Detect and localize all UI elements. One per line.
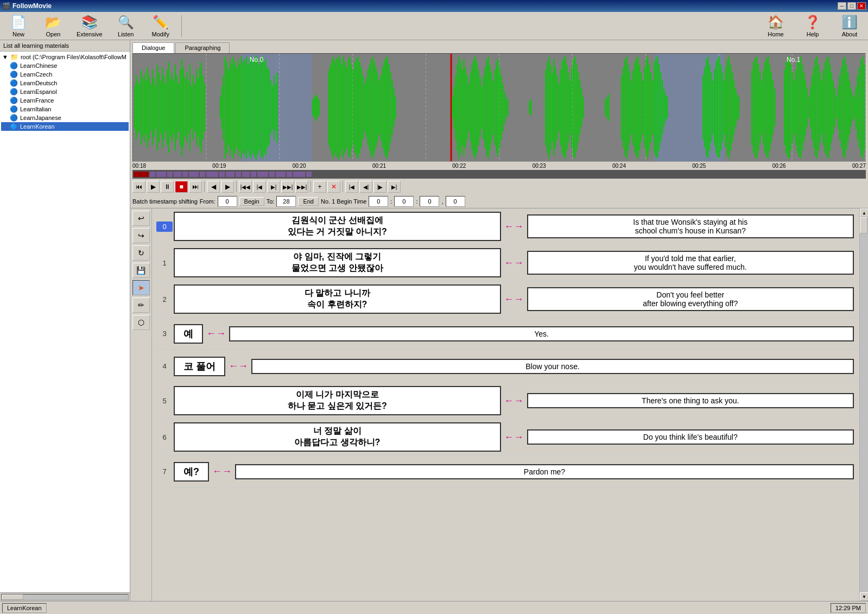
scroll-down-button[interactable]: ▼ [860,592,868,601]
skip-back-button[interactable]: ⏮ [132,181,145,193]
svg-rect-213 [632,70,633,145]
svg-rect-113 [350,56,351,159]
restore-button[interactable]: □ [847,2,856,10]
time-m-input[interactable] [394,196,414,207]
loop-start-button[interactable]: |◀◀ [239,181,252,193]
loop-right-button[interactable]: ▶▶| [281,181,294,193]
english-text[interactable]: Don't you feel better after blowing ever… [527,287,854,311]
about-button[interactable]: ℹ️ About [833,13,866,39]
jump-end-button[interactable]: ▶| [388,181,401,193]
loop-mid-button[interactable]: ▶| [267,181,280,193]
english-text[interactable]: If you'd told me that earlier, you would… [527,251,854,275]
english-text[interactable]: Is that true Wonsik's staying at his sch… [527,214,854,238]
to-input[interactable] [276,196,296,207]
tree-item-chinese[interactable]: 🔵 LearnChinese [1,61,129,70]
tab-dialogue[interactable]: Dialogue [132,42,174,53]
from-input[interactable] [218,196,237,207]
tree-item-czech[interactable]: 🔵 LearnCzech [1,70,129,79]
svg-rect-259 [753,62,754,153]
listen-button[interactable]: 🔍 Listen [110,13,142,39]
network-tool[interactable]: ⬡ [132,315,150,330]
english-text[interactable]: Yes. [229,326,854,341]
time-ms-input[interactable] [446,196,465,207]
svg-rect-151 [467,75,468,140]
korean-text[interactable]: 코 풀어 [174,357,225,376]
scroll-thumb[interactable] [860,217,867,233]
redo-tool[interactable]: ↪ [132,228,150,243]
jump-right-button[interactable]: |▶ [373,181,387,193]
time-h-input[interactable] [369,196,388,207]
open-button[interactable]: 📂 Open [37,13,69,39]
svg-rect-256 [737,94,738,121]
save-tool[interactable]: 💾 [132,263,150,278]
new-button[interactable]: 📄 New [2,13,35,39]
status-file: LearnKorean [2,603,47,613]
svg-rect-235 [702,75,704,140]
end-button[interactable]: End [298,197,319,206]
jump-start-button[interactable]: |◀ [345,181,358,193]
tree-item-italian[interactable]: 🔵 LearnItalian [1,105,129,113]
stop-button[interactable]: ■ [175,181,188,193]
play-button[interactable]: ▶ [147,181,160,193]
scroll-up-button[interactable]: ▲ [860,208,868,217]
skip-forward-button[interactable]: ⏭ [189,181,202,193]
remove-marker-button[interactable]: ✕ [327,181,340,193]
extensive-button[interactable]: 📚 Extensive [72,13,107,39]
english-text[interactable]: There's one thing to ask you. [527,393,854,408]
korean-text[interactable]: 다 말하고 나니까 속이 후련하지? [174,284,501,314]
english-text[interactable]: Pardon me? [235,464,854,479]
tree-item-japanese[interactable]: 🔵 LearnJapanese [1,113,129,122]
tree-item-deutsch[interactable]: 🔵 LearnDeutsch [1,79,129,87]
scrollbar-track[interactable] [1,594,129,600]
korean-text[interactable]: 예? [174,462,209,482]
begin-button[interactable]: Begin [239,197,264,206]
rotate-tool[interactable]: ↻ [132,245,150,261]
add-marker-button[interactable]: + [313,181,326,193]
waveform-svg: No.0 No.1 [133,54,865,161]
english-text[interactable]: Do you think life's beautiful? [527,429,854,445]
minimize-button[interactable]: ─ [838,2,846,10]
scroll-track[interactable] [860,217,868,592]
leaf-icon: 🔵 [10,71,18,78]
mini-seg-13 [242,172,250,177]
right-scrollbar[interactable]: ▲ ▼ [859,208,868,601]
next-segment-button[interactable]: ▶ [221,181,234,193]
korean-text[interactable]: 야 임마, 진작에 그렇기 물었으면 고생 안됐잖아 [174,248,501,277]
svg-text:No.1: No.1 [787,56,801,64]
korean-text[interactable]: 너 정말 삶이 아름답다고 생각하니? [174,422,501,452]
prev-segment-button[interactable]: ◀ [207,181,220,193]
tree-item-france[interactable]: 🔵 LearnFrance [1,96,129,105]
svg-rect-177 [529,101,530,114]
time-s-input[interactable] [420,196,439,207]
svg-rect-243 [715,62,717,153]
loop-left-button[interactable]: |◀ [253,181,266,193]
undo-tool[interactable]: ↩ [132,211,150,226]
jump-left-button[interactable]: ◀| [359,181,372,193]
korean-text[interactable]: 김원식이 군산 선배집에 있다는 거 거짓말 아니지? [174,212,501,241]
tree-item-root[interactable]: ▼ 📁 root (C:\Program Files\Kolasoft\Foll… [1,53,129,61]
edit-tool[interactable]: ✏ [132,297,150,313]
korean-text[interactable]: 이제 니가 마지막으로 하나 묻고 싶은게 있거든? [174,386,501,415]
title-bar-controls[interactable]: ─ □ ✕ [838,2,866,10]
horizontal-scrollbar[interactable] [0,592,130,601]
svg-rect-130 [377,73,378,143]
scrollbar-thumb[interactable] [2,594,23,600]
tree-item-espanol[interactable]: 🔵 LearnEspanol [1,87,129,96]
tree-item-korean[interactable]: 🔷 LearnKorean [1,122,129,131]
svg-rect-145 [457,65,458,150]
svg-rect-242 [714,70,715,145]
korean-text[interactable]: 예 [174,324,203,344]
home-button[interactable]: 🏠 Home [759,13,792,39]
loop-end-button[interactable]: ▶▶| [295,181,308,193]
leaf-icon: 🔵 [10,88,18,96]
select-tool[interactable]: ➤ [132,280,150,295]
help-button[interactable]: ❓ Help [796,13,829,39]
close-button[interactable]: ✕ [857,2,866,10]
pause-button[interactable]: ⏸ [161,181,174,193]
svg-rect-156 [475,56,476,159]
tab-paragraphing[interactable]: Paragraphing [175,42,230,53]
english-text[interactable]: Blow your nose. [251,359,854,374]
modify-button[interactable]: ✏️ Modify [144,13,177,39]
svg-rect-190 [563,58,564,157]
svg-rect-225 [652,81,653,135]
